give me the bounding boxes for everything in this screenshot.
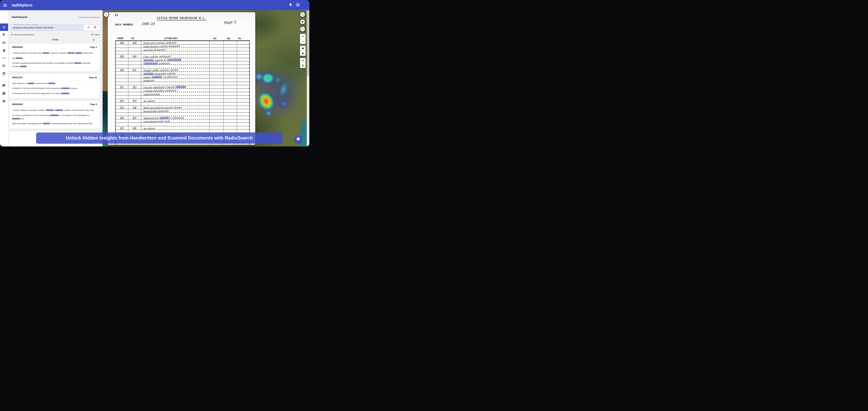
chat-launcher-button[interactable] <box>294 135 302 143</box>
polygon-icon <box>301 47 304 50</box>
account-icon[interactable] <box>296 3 300 7</box>
app-window: 100 km 50 mi SI LITTLE RIVER GOLDFIELDS … <box>0 0 309 146</box>
result-snippet: Batzv slica grade in pyropyilite pyrite … <box>12 122 97 125</box>
document-page[interactable]: SI LITTLE RIVER GOLDFIELDS N.L. HOLE NUM… <box>108 12 255 145</box>
heatmap-blob <box>261 72 275 84</box>
search-input[interactable] <box>11 26 84 29</box>
history-icon <box>301 13 304 16</box>
search-field[interactable]: Search for topics, articles or keywords <box>11 25 100 31</box>
depth-from: 88 <box>117 41 127 45</box>
sidebar-item-globe[interactable] <box>0 70 7 77</box>
highlighted-term: epidote <box>152 75 162 79</box>
column-separator <box>237 41 237 145</box>
sidebar-item-feedback[interactable] <box>0 81 7 89</box>
doc-table: 8889Dark grey green andesitewith quartz … <box>115 40 250 145</box>
download-results-icon[interactable] <box>92 38 95 42</box>
rectangle-icon <box>301 52 304 55</box>
search-panel: RadixSearch You have 4871 searches left … <box>8 10 102 146</box>
sidebar-item-dataset[interactable] <box>0 62 7 70</box>
result-card[interactable]: R00036430Page 3, kaolinite), phyllic (mu… <box>9 44 100 72</box>
highlighted-term: chloritized <box>143 62 158 65</box>
sidebar-item-search[interactable] <box>0 24 8 31</box>
doc-corner-mark: SI <box>115 14 118 17</box>
image-search-icon <box>2 41 6 45</box>
collapse-document-button[interactable] <box>103 12 109 18</box>
feedback-icon <box>2 83 6 87</box>
chat-bubble-icon <box>296 137 301 141</box>
highlighted-term: alunite <box>43 52 49 54</box>
globe-icon <box>2 72 6 76</box>
filters-label: Filters <box>94 34 99 36</box>
highlighted-term: epidote <box>28 82 35 84</box>
topbar: radiXplore <box>0 0 309 10</box>
doc-title: LITTLE RIVER GOLDFIELDS N.L. <box>108 16 255 20</box>
map-layers-button[interactable] <box>300 19 305 25</box>
highlighted-term: chlorite <box>67 52 74 54</box>
clear-search-icon[interactable] <box>94 26 97 30</box>
advanced-options-button[interactable]: ⚙ Show Advanced Options <box>11 33 34 36</box>
dataset-icon <box>2 64 6 68</box>
sidebar-item-psychology[interactable] <box>0 47 7 54</box>
map-edit-button[interactable] <box>300 58 306 63</box>
ruled-line <box>116 64 249 65</box>
search-icon <box>2 26 6 29</box>
heatmap-blob <box>278 99 289 109</box>
results-list: R00036430Page 3, kaolinite), phyllic (mu… <box>9 44 100 146</box>
doc-column-header: LITHOLOGY <box>164 37 178 40</box>
depth-from: 89 <box>117 55 127 58</box>
svg-text:?: ? <box>3 92 4 95</box>
highlighted-term: chlorite <box>48 82 55 84</box>
highlighted-term: chlorite <box>74 62 81 64</box>
sidebar-item-help[interactable]: ? <box>0 90 7 97</box>
result-snippet: SUMMARY AND DISCUSSION B5/MPS 2945 Canow… <box>12 87 97 90</box>
doc-column-header: Ba <box>227 37 230 40</box>
map-zoom-out-button[interactable]: − <box>300 39 306 44</box>
depth-to: 96 <box>129 127 139 130</box>
map-delete-button[interactable] <box>300 63 306 68</box>
panel-title: RadixSearch <box>12 15 27 19</box>
map-search-button[interactable] <box>300 26 305 32</box>
result-page: Page 9 <box>90 103 97 105</box>
map-polygon-button[interactable] <box>300 46 306 51</box>
column-separator <box>141 41 141 145</box>
result-page: Page 3 <box>90 46 97 48</box>
sidebar-item-image-search[interactable] <box>0 39 7 46</box>
map-zoom-in-button[interactable]: + <box>300 34 306 39</box>
highlighted-term: sericite <box>143 72 154 75</box>
scrollbar-thumb[interactable] <box>307 10 309 75</box>
map-rectangle-button[interactable] <box>300 51 306 56</box>
result-card[interactable]: R00012247Page 30Minor alteration to epid… <box>9 74 100 99</box>
depth-from: 92 <box>117 99 127 103</box>
depth-to: 89 <box>129 41 139 45</box>
depth-from: 95 <box>117 127 127 130</box>
depth-to: 91 <box>129 68 139 72</box>
sidebar-item-trending[interactable] <box>0 55 7 62</box>
highlighted-term: chlorite <box>43 123 50 125</box>
highlighted-term: porphyry <box>12 117 21 119</box>
settings-icon <box>2 99 6 103</box>
filters-button[interactable]: Filters <box>91 34 99 36</box>
edit-icon <box>301 59 304 62</box>
insights-bulb-icon <box>2 33 6 37</box>
search-submit-icon[interactable] <box>87 26 90 30</box>
scrollbar-track[interactable] <box>307 3 309 146</box>
result-snippet: As Clancy is primarily focused on discov… <box>12 114 97 120</box>
result-id: R00036182 <box>12 103 23 105</box>
highlighted-term: epidotes <box>55 109 63 111</box>
doc-column-header: TO <box>131 37 134 40</box>
sidebar-rail: ? <box>0 10 8 146</box>
sidebar-item-insights-bulb[interactable] <box>0 31 7 38</box>
search-field-label: Search for topics, articles or keywords <box>13 24 39 26</box>
map-history-button[interactable] <box>300 12 305 18</box>
result-id: R00036430 <box>12 46 23 48</box>
sidebar-item-settings[interactable] <box>0 97 7 105</box>
result-card[interactable]: R00036182Page 9, zunyite, diaspore, and … <box>9 101 100 129</box>
menu-icon[interactable] <box>3 4 7 6</box>
notifications-icon[interactable] <box>289 3 292 7</box>
map-control-group <box>300 58 306 68</box>
ruled-line <box>116 112 249 113</box>
doc-hole-value: D86 20 <box>142 22 155 26</box>
map-control-group: +− <box>300 34 306 44</box>
trending-icon <box>2 56 6 60</box>
result-snippet: , kaolinite), phyllic (muscovite-quartz-… <box>12 52 97 55</box>
